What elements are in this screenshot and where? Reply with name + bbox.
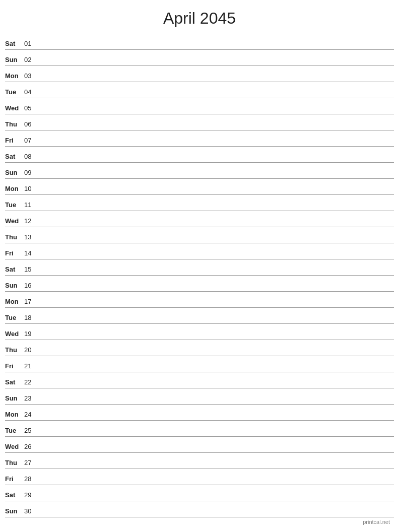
- day-number: 13: [24, 233, 38, 242]
- day-line: [38, 290, 394, 290]
- day-number: 25: [24, 427, 38, 435]
- day-line: [38, 193, 394, 193]
- day-row: Mon24: [5, 405, 394, 421]
- day-name: Tue: [5, 427, 24, 435]
- day-name: Tue: [5, 314, 24, 322]
- day-name: Wed: [5, 443, 24, 451]
- day-row: Thu06: [5, 114, 394, 130]
- day-line: [38, 64, 394, 64]
- day-number: 09: [24, 169, 38, 177]
- day-row: Fri28: [5, 469, 394, 485]
- day-name: Sat: [5, 378, 24, 387]
- day-line: [38, 370, 394, 371]
- day-number: 21: [24, 362, 38, 371]
- day-name: Wed: [5, 217, 24, 226]
- day-line: [38, 322, 394, 322]
- day-row: Wed19: [5, 324, 394, 340]
- day-row: Fri07: [5, 130, 394, 147]
- day-name: Sat: [5, 491, 24, 500]
- day-line: [38, 354, 394, 355]
- day-row: Mon17: [5, 292, 394, 308]
- day-line: [38, 435, 394, 435]
- day-number: 24: [24, 411, 38, 419]
- page-title: April 2045: [0, 0, 399, 34]
- day-line: [38, 96, 394, 97]
- day-name: Mon: [5, 298, 24, 306]
- day-name: Thu: [5, 233, 24, 242]
- day-name: Sat: [5, 265, 24, 274]
- day-line: [38, 403, 394, 403]
- day-line: [38, 48, 394, 48]
- day-name: Sun: [5, 282, 24, 290]
- day-number: 06: [24, 120, 38, 129]
- day-number: 20: [24, 346, 38, 355]
- day-line: [38, 241, 394, 242]
- day-name: Fri: [5, 137, 24, 145]
- day-number: 30: [24, 507, 38, 516]
- day-row: Sat15: [5, 259, 394, 276]
- day-name: Sun: [5, 169, 24, 177]
- day-number: 14: [24, 249, 38, 258]
- day-name: Sat: [5, 40, 24, 48]
- day-line: [38, 145, 394, 145]
- day-number: 07: [24, 137, 38, 145]
- day-row: Sun02: [5, 50, 394, 66]
- day-row: Wed26: [5, 437, 394, 453]
- day-number: 17: [24, 298, 38, 306]
- day-row: Fri14: [5, 243, 394, 259]
- day-number: 08: [24, 153, 38, 161]
- day-row: Sun09: [5, 163, 394, 179]
- day-line: [38, 257, 394, 258]
- day-name: Sat: [5, 153, 24, 161]
- day-line: [38, 274, 394, 274]
- day-number: 23: [24, 394, 38, 403]
- day-line: [38, 338, 394, 339]
- day-row: Fri21: [5, 356, 394, 372]
- day-row: Tue04: [5, 82, 394, 98]
- day-number: 11: [24, 201, 38, 210]
- calendar-container: Sat01Sun02Mon03Tue04Wed05Thu06Fri07Sat08…: [0, 34, 399, 517]
- day-name: Sun: [5, 56, 24, 64]
- day-number: 22: [24, 378, 38, 387]
- day-line: [38, 467, 394, 468]
- day-line: [38, 386, 394, 387]
- day-row: Wed12: [5, 211, 394, 227]
- day-line: [38, 128, 394, 129]
- day-line: [38, 499, 394, 500]
- day-row: Sun23: [5, 388, 394, 405]
- day-number: 03: [24, 72, 38, 81]
- day-number: 16: [24, 282, 38, 290]
- day-number: 05: [24, 104, 38, 113]
- day-row: Mon10: [5, 179, 394, 195]
- day-line: [38, 112, 394, 113]
- day-number: 27: [24, 459, 38, 468]
- day-row: Thu20: [5, 340, 394, 356]
- day-row: Thu27: [5, 453, 394, 469]
- day-row: Sun16: [5, 276, 394, 292]
- day-name: Tue: [5, 201, 24, 210]
- day-name: Mon: [5, 411, 24, 419]
- day-number: 10: [24, 185, 38, 193]
- day-number: 29: [24, 491, 38, 500]
- day-line: [38, 451, 394, 451]
- day-name: Tue: [5, 88, 24, 97]
- day-name: Fri: [5, 475, 24, 484]
- day-row: Mon03: [5, 66, 394, 82]
- day-name: Thu: [5, 459, 24, 468]
- day-line: [38, 177, 394, 177]
- day-row: Sat01: [5, 34, 394, 50]
- day-row: Tue18: [5, 308, 394, 324]
- day-name: Wed: [5, 330, 24, 339]
- day-number: 15: [24, 265, 38, 274]
- day-name: Thu: [5, 120, 24, 129]
- day-name: Sun: [5, 507, 24, 516]
- day-number: 12: [24, 217, 38, 226]
- day-row: Sat29: [5, 485, 394, 501]
- day-name: Fri: [5, 249, 24, 258]
- day-name: Thu: [5, 346, 24, 355]
- day-row: Sun30: [5, 501, 394, 517]
- day-number: 04: [24, 88, 38, 97]
- day-line: [38, 209, 394, 210]
- day-line: [38, 483, 394, 484]
- day-row: Tue11: [5, 195, 394, 211]
